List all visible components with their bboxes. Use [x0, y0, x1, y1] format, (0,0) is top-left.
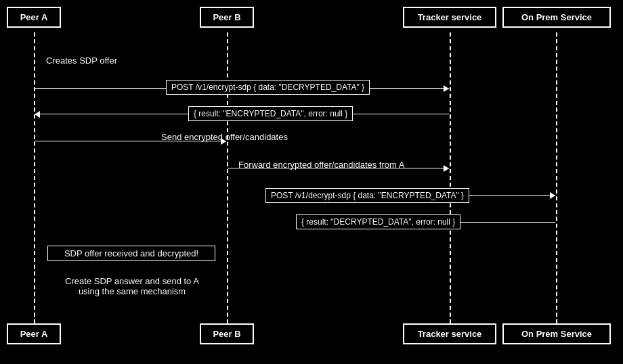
create-answer-note: Create SDP answer and send to A using th…: [44, 276, 220, 296]
label-send-encrypted: Send encrypted offer/candidates: [161, 132, 288, 142]
sdp-received-note: SDP offer received and decrypted!: [47, 246, 215, 261]
lifeline-onprem: [556, 32, 557, 323]
label-forward-encrypted: Forward encrypted offer/candidates from …: [238, 160, 404, 170]
onprem-bottom: On Prem Service: [502, 323, 611, 344]
onprem-top: On Prem Service: [502, 7, 611, 28]
arrow-result-decrypt: [450, 222, 555, 223]
peer-b-top: Peer B: [200, 7, 254, 28]
label-result-encrypt: { result: "ENCRYPTED_DATA", error: null …: [188, 106, 353, 121]
peer-a-bottom: Peer A: [7, 323, 61, 344]
tracker-top: Tracker service: [403, 7, 496, 28]
label-post-decrypt: POST /v1/decrypt-sdp { data: "ENCRYPTED_…: [265, 188, 469, 203]
creates-sdp-note: Creates SDP offer: [46, 55, 117, 66]
label-result-decrypt: { result: "DECRYPTED_DATA", error: null …: [296, 214, 460, 229]
peer-a-top: Peer A: [7, 7, 61, 28]
label-post-encrypt: POST /v1/encrypt-sdp { data: "DECRYPTED_…: [166, 80, 370, 95]
lifeline-peer-a: [34, 32, 35, 323]
tracker-bottom: Tracker service: [403, 323, 496, 344]
lifeline-peer-b: [227, 32, 228, 323]
lifeline-tracker: [450, 32, 451, 323]
peer-b-bottom: Peer B: [200, 323, 254, 344]
